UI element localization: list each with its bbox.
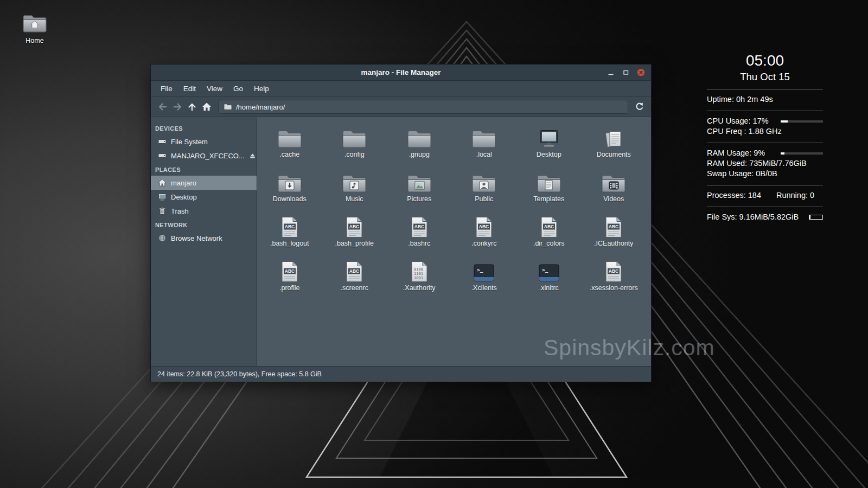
file-item-pictures[interactable]: Pictures xyxy=(389,169,450,213)
file-item-documents[interactable]: Documents xyxy=(583,124,644,169)
sidebar-item-browse-network[interactable]: Browse Network xyxy=(151,231,257,245)
file-item--xauthority[interactable]: 0100 1101 1001.Xauthority xyxy=(389,258,450,302)
sidebar-item-label: Browse Network xyxy=(171,234,222,242)
file-item--cache[interactable]: .cache xyxy=(259,124,320,169)
script-icon: >_ xyxy=(538,258,560,282)
videos-icon xyxy=(601,169,626,194)
sidebar-item-file-system[interactable]: File System xyxy=(151,134,257,149)
toolbar: /home/manjaro/ xyxy=(151,97,651,117)
text-icon: ABC xyxy=(344,258,364,282)
up-button[interactable] xyxy=(184,100,199,114)
file-item--iceauthority[interactable]: ABC .ICEauthority xyxy=(583,213,644,258)
file-item--local[interactable]: .local xyxy=(454,124,514,169)
file-item--xsession-errors[interactable]: ABC .xsession-errors xyxy=(583,258,644,302)
sidebar-section-places: PLACES xyxy=(151,163,257,176)
drive-icon xyxy=(158,151,167,160)
file-name: .Xauthority xyxy=(403,284,436,292)
file-item--bashrc[interactable]: ABC .bashrc xyxy=(389,213,450,258)
back-button[interactable] xyxy=(155,100,170,114)
file-item--profile[interactable]: ABC .profile xyxy=(259,258,320,302)
file-item--xclients[interactable]: >_.Xclients xyxy=(454,258,514,302)
desktop: Home 05:00 Thu Oct 15 Uptime: 0h 2m 49s … xyxy=(0,0,868,488)
file-item--dir-colors[interactable]: ABC .dir_colors xyxy=(519,213,579,258)
sidebar-item-trash[interactable]: Trash xyxy=(151,204,257,218)
svg-text:ABC: ABC xyxy=(285,224,295,229)
file-item-music[interactable]: Music xyxy=(324,169,385,213)
svg-text:>_: >_ xyxy=(542,267,548,273)
sidebar-item-manjaro-xfceco-[interactable]: MANJARO_XFCECO... xyxy=(151,149,257,163)
window-controls xyxy=(607,68,651,76)
file-item--gnupg[interactable]: .gnupg xyxy=(389,124,450,169)
sidebar: DEVICESFile SystemMANJARO_XFCECO...PLACE… xyxy=(151,117,257,366)
fs-bar-fill xyxy=(809,215,810,219)
cpu-bar-fill xyxy=(781,120,788,123)
filesys-text: File Sys: 9.16MiB/5.82GiB xyxy=(707,212,799,222)
file-item-downloads[interactable]: Downloads xyxy=(259,169,320,213)
file-item-templates[interactable]: Templates xyxy=(519,169,579,213)
file-item-videos[interactable]: Videos xyxy=(583,169,644,213)
public-icon xyxy=(471,169,496,194)
cpu-usage-text: CPU Usage: 17% xyxy=(707,116,769,126)
sidebar-section-devices: DEVICES xyxy=(151,121,257,134)
window-body: DEVICESFile SystemMANJARO_XFCECO...PLACE… xyxy=(151,117,651,366)
file-item--conkyrc[interactable]: ABC .conkyrc xyxy=(454,213,514,258)
sidebar-item-label: Desktop xyxy=(171,193,197,201)
file-item--config[interactable]: .config xyxy=(324,124,385,169)
file-item--bash-logout[interactable]: ABC .bash_logout xyxy=(259,213,320,258)
text-icon: ABC xyxy=(539,213,559,238)
status-bar: 24 items: 22.8 KiB (23,320 bytes), Free … xyxy=(151,366,651,382)
file-name: Documents xyxy=(597,151,631,158)
file-name: Templates xyxy=(533,195,564,203)
menu-help[interactable]: Help xyxy=(248,82,275,95)
system-monitor: 05:00 Thu Oct 15 Uptime: 0h 2m 49s CPU U… xyxy=(707,52,823,222)
minimize-button[interactable] xyxy=(607,68,615,76)
folder-icon xyxy=(407,124,432,149)
window-title: manjaro - File Manager xyxy=(151,68,651,76)
pictures-icon xyxy=(407,169,432,194)
ram-usage-text: RAM Usage: 9% xyxy=(707,148,765,158)
file-item--bash-profile[interactable]: ABC .bash_profile xyxy=(324,213,385,258)
sidebar-item-label: manjaro xyxy=(171,179,196,187)
title-bar[interactable]: manjaro - File Manager xyxy=(151,65,651,81)
maximize-button[interactable] xyxy=(622,68,630,76)
ram-usage-bar xyxy=(781,152,823,155)
home-button[interactable] xyxy=(199,100,214,114)
clock-time: 05:00 xyxy=(707,52,823,69)
file-name: .gnupg xyxy=(409,151,430,158)
sidebar-item-manjaro[interactable]: manjaro xyxy=(151,176,257,190)
file-name: .screenrc xyxy=(341,284,368,292)
file-grid: .cache .config .gnupg .local Desktop Doc… xyxy=(257,117,651,366)
svg-text:>_: >_ xyxy=(477,267,483,273)
file-item-public[interactable]: Public xyxy=(454,169,514,213)
file-item--screenrc[interactable]: ABC .screenrc xyxy=(324,258,385,302)
file-item--xinitrc[interactable]: >_.xinitrc xyxy=(519,258,579,302)
file-name: .ICEauthority xyxy=(594,240,633,247)
sidebar-item-label: MANJARO_XFCECO... xyxy=(171,152,245,160)
folder-icon xyxy=(224,103,232,111)
file-name: Downloads xyxy=(273,195,307,203)
menu-edit[interactable]: Edit xyxy=(178,82,201,95)
processes-text: Processes: 184 xyxy=(707,190,761,201)
svg-text:ABC: ABC xyxy=(349,224,359,229)
close-button[interactable] xyxy=(637,68,645,76)
cpu-usage-row: CPU Usage: 17% xyxy=(707,116,823,126)
filesys-bar xyxy=(809,215,823,220)
ram-used-text: RAM Used: 735MiB/7.76GiB xyxy=(707,158,823,169)
svg-text:1001: 1001 xyxy=(414,276,423,280)
file-name: .local xyxy=(476,151,492,158)
drive-icon xyxy=(158,137,167,146)
file-name: Pictures xyxy=(407,195,431,203)
menu-go[interactable]: Go xyxy=(228,82,248,95)
file-item-desktop[interactable]: Desktop xyxy=(519,124,579,169)
path-bar[interactable]: /home/manjaro/ xyxy=(219,100,628,114)
music-icon xyxy=(342,169,367,194)
forward-button[interactable] xyxy=(170,100,184,114)
reload-button[interactable] xyxy=(632,100,647,114)
running-text: Running: 0 xyxy=(776,190,814,201)
sidebar-item-desktop[interactable]: Desktop xyxy=(151,190,257,204)
eject-icon[interactable] xyxy=(249,152,256,159)
desktop-icon-home[interactable]: Home xyxy=(18,13,51,44)
documents-icon xyxy=(601,124,626,149)
menu-view[interactable]: View xyxy=(201,82,228,95)
menu-file[interactable]: File xyxy=(155,82,178,95)
